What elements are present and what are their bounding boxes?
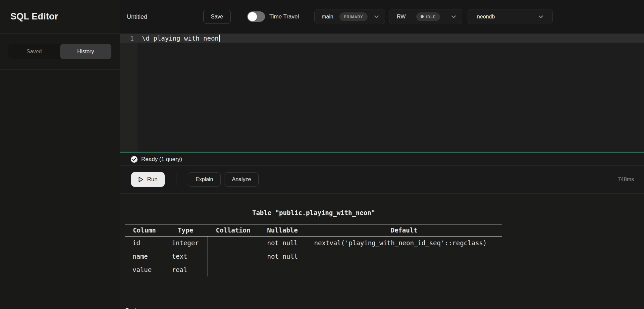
results-table: Column Type Collation Nullable Default i…: [125, 224, 502, 276]
editor-gutter: [120, 34, 138, 152]
sidebar-tabs-section: Saved History: [0, 34, 120, 70]
table-cell: real: [164, 263, 207, 276]
column-header: Collation: [207, 224, 259, 236]
table-cell: not null: [259, 250, 306, 263]
sql-editor-app: SQL Editor Saved History Untitled Save T…: [0, 0, 644, 309]
chevron-down-icon: [451, 14, 457, 19]
topbar: Untitled Save Time Travel main PRIMARY R…: [120, 0, 644, 34]
sidebar-header: SQL Editor: [0, 0, 120, 34]
table-row: nametextnot null: [125, 250, 502, 263]
chevron-down-icon: [538, 14, 544, 19]
branch-name: main: [322, 14, 333, 20]
column-header: Default: [306, 224, 502, 236]
query-duration: 748ms: [618, 176, 634, 183]
table-cell: [259, 263, 306, 276]
table-cell: [306, 250, 502, 263]
branch-primary-badge: PRIMARY: [339, 12, 367, 21]
database-select[interactable]: neondb: [468, 9, 553, 24]
analyze-button[interactable]: Analyze: [224, 172, 259, 187]
table-cell: text: [164, 250, 207, 263]
table-cell: id: [125, 236, 164, 250]
sidebar: SQL Editor Saved History: [0, 0, 120, 309]
results-header-row: Column Type Collation Nullable Default: [125, 224, 502, 236]
branch-select[interactable]: main PRIMARY: [314, 9, 385, 24]
endpoint-status-badge: IDLE: [416, 12, 440, 21]
status-bar: Ready (1 query): [120, 153, 644, 166]
table-cell: name: [125, 250, 164, 263]
page-title: SQL Editor: [10, 11, 58, 22]
table-cell: value: [125, 263, 164, 276]
topbar-divider: [238, 0, 238, 34]
tab-history[interactable]: History: [60, 44, 112, 59]
table-cell: [306, 263, 502, 276]
saved-history-tabs: Saved History: [8, 44, 111, 59]
code-text: \d playing_with_neon: [142, 35, 219, 42]
table-cell: [207, 250, 259, 263]
check-circle-icon: [130, 156, 138, 163]
table-row: idintegernot nullnextval('playing_with_n…: [125, 236, 502, 250]
column-header: Column: [125, 224, 164, 236]
status-message: Ready (1 query): [141, 156, 182, 163]
table-cell: nextval('playing_with_neon_id_seq'::regc…: [306, 236, 502, 250]
time-travel-label: Time Travel: [269, 0, 299, 34]
tab-saved[interactable]: Saved: [8, 44, 60, 59]
table-cell: not null: [259, 236, 306, 250]
run-button[interactable]: Run: [131, 172, 165, 187]
endpoint-select[interactable]: RW IDLE: [389, 9, 462, 24]
column-header: Type: [164, 224, 207, 236]
time-travel-toggle[interactable]: [247, 11, 265, 22]
results-panel: Table "public.playing_with_neon" Column …: [120, 194, 644, 309]
explain-button[interactable]: Explain: [188, 172, 221, 187]
status-dot-icon: [421, 15, 424, 18]
indexes-label: Indexes:: [125, 304, 644, 309]
table-cell: [207, 263, 259, 276]
action-divider: [176, 173, 176, 186]
toggle-knob-icon: [248, 12, 257, 21]
code-editor[interactable]: 1 \d playing_with_neon: [120, 34, 644, 152]
run-button-label: Run: [147, 176, 157, 183]
main-panel: Untitled Save Time Travel main PRIMARY R…: [120, 0, 644, 309]
results-footer: Indexes: "playing_with_neon_pkey" PRIMAR…: [125, 278, 644, 309]
chevron-down-icon: [374, 14, 379, 19]
save-button[interactable]: Save: [203, 10, 231, 24]
endpoint-name: RW: [397, 14, 406, 20]
table-cell: [207, 236, 259, 250]
endpoint-status-text: IDLE: [426, 15, 436, 19]
result-table-title: Table "public.playing_with_neon": [125, 208, 502, 217]
play-icon: [138, 176, 144, 183]
table-cell: integer: [164, 236, 207, 250]
document-title[interactable]: Untitled: [127, 0, 147, 34]
results-table-body: idintegernot nullnextval('playing_with_n…: [125, 236, 502, 276]
action-bar: Run Explain Analyze 748ms: [120, 166, 644, 194]
text-cursor: [219, 35, 220, 42]
table-row: valuereal: [125, 263, 502, 276]
column-header: Nullable: [259, 224, 306, 236]
editor-line[interactable]: 1 \d playing_with_neon: [120, 34, 644, 43]
database-name: neondb: [477, 14, 495, 20]
line-number: 1: [120, 35, 138, 42]
